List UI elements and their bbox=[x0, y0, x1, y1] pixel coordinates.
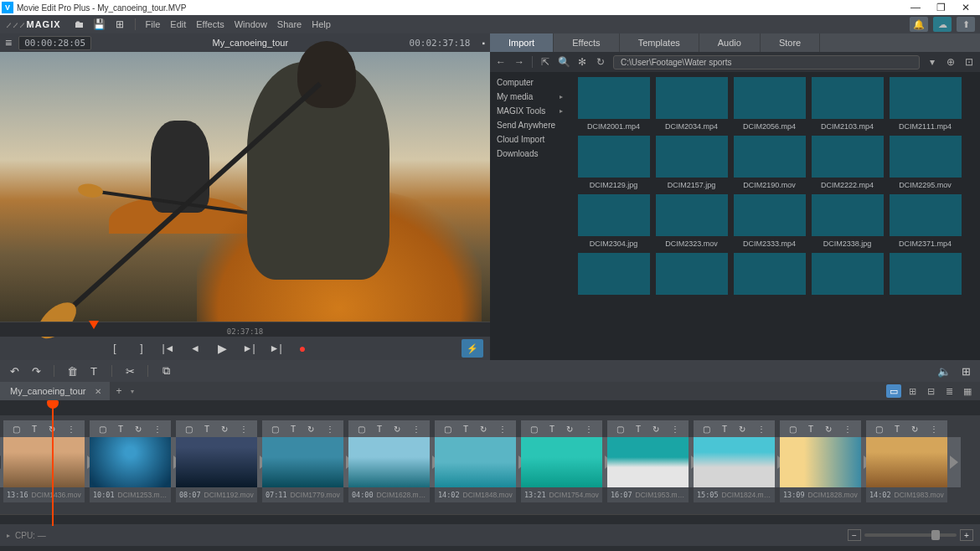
view-storyboard-icon[interactable]: ▭ bbox=[886, 384, 901, 398]
clip-body[interactable] bbox=[694, 437, 775, 487]
media-item[interactable]: DCIM2222.mp4 bbox=[808, 136, 886, 189]
go-start-button[interactable]: |◄ bbox=[157, 340, 179, 357]
clip-title-icon[interactable]: T bbox=[722, 425, 727, 434]
clip-title-icon[interactable]: T bbox=[808, 425, 813, 434]
media-item[interactable]: DCIM2190.mov bbox=[730, 136, 808, 189]
delete-icon[interactable]: 🗑 bbox=[64, 365, 80, 378]
playhead-time[interactable]: 00:00:28:05 bbox=[18, 36, 91, 50]
clip-menu-icon[interactable]: ⋮ bbox=[412, 425, 420, 434]
clip-title-icon[interactable]: T bbox=[636, 425, 641, 434]
clip-select-icon[interactable]: ▢ bbox=[616, 425, 624, 434]
media-item[interactable]: DCIM2304.jpg bbox=[575, 194, 652, 248]
view-timeline-icon[interactable]: ≣ bbox=[941, 384, 957, 398]
folder-item[interactable]: Send Anywhere bbox=[490, 118, 570, 132]
media-thumbnail[interactable] bbox=[656, 253, 728, 295]
view-overview-icon[interactable]: ⊟ bbox=[923, 384, 938, 398]
close-button[interactable]: ✕ bbox=[953, 2, 978, 13]
path-dropdown-icon[interactable]: ▾ bbox=[926, 56, 938, 68]
viewer-menu-icon[interactable]: ≡ bbox=[5, 36, 12, 49]
media-item[interactable]: DCIM2129.jpg bbox=[575, 136, 652, 189]
clip-rotate-icon[interactable]: ↻ bbox=[825, 425, 832, 434]
clip-menu-icon[interactable]: ⋮ bbox=[757, 425, 766, 434]
menu-share[interactable]: Share bbox=[272, 19, 307, 29]
clip[interactable]: ▢T↻⋮13:16DCIM1436.mov bbox=[3, 420, 85, 502]
media-thumbnail[interactable] bbox=[890, 194, 962, 236]
timeline-add-chev[interactable]: ▾ bbox=[131, 388, 134, 395]
clip-select-icon[interactable]: ▢ bbox=[271, 425, 279, 434]
go-end-button[interactable]: ►| bbox=[265, 340, 286, 357]
clip-body[interactable] bbox=[176, 437, 257, 487]
media-thumbnail[interactable] bbox=[734, 77, 806, 119]
tab-store[interactable]: Store bbox=[761, 33, 820, 52]
minimize-button[interactable]: — bbox=[903, 2, 928, 13]
clip[interactable]: ▢T↻⋮10:01DCIM1253.mp4 bbox=[90, 420, 171, 502]
viewer-lock-icon[interactable]: ▪ bbox=[482, 39, 485, 48]
clip[interactable]: ▢T↻⋮13:21DCIM1754.mov bbox=[521, 420, 602, 502]
media-item[interactable]: DCIM2056.mp4 bbox=[730, 77, 808, 131]
group-icon[interactable]: ⧉ bbox=[158, 364, 173, 378]
clip-rotate-icon[interactable]: ↻ bbox=[911, 425, 918, 434]
media-thumbnail[interactable] bbox=[812, 253, 884, 295]
preview-ruler[interactable]: 02:37:18 bbox=[0, 322, 490, 337]
media-thumbnail[interactable] bbox=[890, 77, 962, 119]
range-end-button[interactable]: ] bbox=[131, 340, 152, 357]
menu-window[interactable]: Window bbox=[230, 19, 272, 29]
clip-rotate-icon[interactable]: ↻ bbox=[307, 425, 314, 434]
media-thumbnail[interactable] bbox=[578, 253, 650, 295]
folder-item[interactable]: Cloud Import bbox=[490, 132, 570, 147]
search-icon[interactable]: 🔍 bbox=[558, 56, 570, 68]
clip-select-icon[interactable]: ▢ bbox=[875, 425, 883, 434]
redo-icon[interactable]: ↷ bbox=[28, 365, 44, 378]
tab-audio[interactable]: Audio bbox=[699, 33, 761, 52]
media-item[interactable]: DCIM2103.mp4 bbox=[808, 77, 886, 131]
clip-body[interactable] bbox=[780, 437, 861, 487]
clip-menu-icon[interactable]: ⋮ bbox=[930, 425, 938, 434]
clip-body[interactable] bbox=[607, 437, 689, 487]
clip-body[interactable] bbox=[435, 437, 516, 487]
clip-select-icon[interactable]: ▢ bbox=[99, 425, 106, 434]
clip[interactable]: ▢T↻⋮13:09DCIM1828.mov bbox=[780, 420, 861, 502]
clip-menu-icon[interactable]: ⋮ bbox=[240, 425, 248, 434]
speaker-icon[interactable]: 🔈 bbox=[936, 365, 952, 378]
nav-up-icon[interactable]: ⇱ bbox=[539, 56, 551, 68]
media-thumbnail[interactable] bbox=[578, 194, 650, 236]
timeline-tab-close[interactable]: ✕ bbox=[95, 387, 101, 396]
view-multicam-icon[interactable]: ▦ bbox=[960, 384, 975, 398]
cut-icon[interactable]: ✂ bbox=[122, 365, 137, 378]
nav-fwd-icon[interactable]: → bbox=[513, 56, 525, 68]
clip-title-icon[interactable]: T bbox=[463, 425, 468, 434]
refresh-icon[interactable]: ↻ bbox=[595, 56, 606, 68]
clip-menu-icon[interactable]: ⋮ bbox=[498, 425, 507, 434]
media-thumbnail[interactable] bbox=[812, 194, 884, 236]
flash-button[interactable]: ⚡ bbox=[462, 339, 483, 358]
mixer-icon[interactable]: ⊞ bbox=[958, 365, 973, 378]
undo-icon[interactable]: ↶ bbox=[7, 365, 22, 378]
media-thumbnail[interactable] bbox=[812, 77, 884, 119]
zoom-in-button[interactable]: + bbox=[960, 529, 973, 541]
import-icon[interactable]: ⊕ bbox=[945, 56, 957, 68]
clip[interactable]: ▢T↻⋮08:07DCIM1192.mov bbox=[176, 420, 257, 502]
media-item[interactable] bbox=[575, 253, 652, 298]
clip-body[interactable] bbox=[521, 437, 602, 487]
clip-rotate-icon[interactable]: ↻ bbox=[394, 425, 400, 434]
menu-help[interactable]: Help bbox=[307, 19, 336, 29]
clip-body[interactable] bbox=[866, 437, 947, 487]
clip-menu-icon[interactable]: ⋮ bbox=[326, 425, 334, 434]
clip[interactable]: ▢T↻⋮14:02DCIM1848.mov bbox=[435, 420, 516, 502]
clip-menu-icon[interactable]: ⋮ bbox=[67, 425, 75, 434]
media-item[interactable] bbox=[652, 253, 730, 298]
media-item[interactable]: DCIM2034.mp4 bbox=[652, 77, 730, 131]
clip-rotate-icon[interactable]: ↻ bbox=[480, 425, 487, 434]
maximize-button[interactable]: ❐ bbox=[928, 2, 953, 13]
timeline-ruler[interactable] bbox=[0, 400, 980, 415]
media-thumbnail[interactable] bbox=[734, 194, 806, 236]
cloud-icon[interactable]: ☁ bbox=[933, 17, 952, 32]
timeline-add-button[interactable]: + bbox=[110, 385, 129, 397]
menu-file[interactable]: File bbox=[141, 19, 166, 29]
status-expand-icon[interactable]: ▸ bbox=[7, 532, 10, 539]
media-item[interactable]: DCIM2323.mov bbox=[652, 194, 730, 248]
media-thumbnail[interactable] bbox=[734, 253, 806, 295]
media-thumbnail[interactable] bbox=[656, 136, 728, 178]
clip[interactable]: ▢T↻⋮16:07DCIM1953.mp4 bbox=[607, 420, 689, 502]
title-icon[interactable]: T bbox=[86, 365, 101, 378]
